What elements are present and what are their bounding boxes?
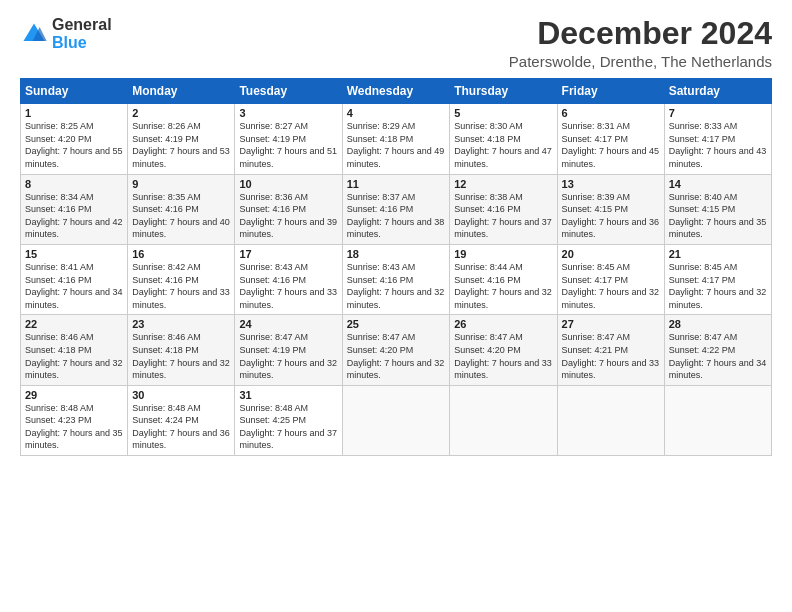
- day-info: Sunrise: 8:30 AM Sunset: 4:18 PM Dayligh…: [454, 120, 552, 170]
- calendar-header-saturday: Saturday: [664, 79, 771, 104]
- day-info: Sunrise: 8:39 AM Sunset: 4:15 PM Dayligh…: [562, 191, 660, 241]
- calendar-cell: 24 Sunrise: 8:47 AM Sunset: 4:19 PM Dayl…: [235, 315, 342, 385]
- day-info: Sunrise: 8:44 AM Sunset: 4:16 PM Dayligh…: [454, 261, 552, 311]
- day-info: Sunrise: 8:47 AM Sunset: 4:19 PM Dayligh…: [239, 331, 337, 381]
- day-info: Sunrise: 8:47 AM Sunset: 4:21 PM Dayligh…: [562, 331, 660, 381]
- day-number: 3: [239, 107, 337, 119]
- calendar-week-row-3: 15 Sunrise: 8:41 AM Sunset: 4:16 PM Dayl…: [21, 244, 772, 314]
- day-number: 13: [562, 178, 660, 190]
- day-info: Sunrise: 8:36 AM Sunset: 4:16 PM Dayligh…: [239, 191, 337, 241]
- day-number: 15: [25, 248, 123, 260]
- calendar-cell: [557, 385, 664, 455]
- calendar-cell: 27 Sunrise: 8:47 AM Sunset: 4:21 PM Dayl…: [557, 315, 664, 385]
- calendar-cell: 8 Sunrise: 8:34 AM Sunset: 4:16 PM Dayli…: [21, 174, 128, 244]
- month-year: December 2024: [509, 16, 772, 51]
- calendar-cell: 29 Sunrise: 8:48 AM Sunset: 4:23 PM Dayl…: [21, 385, 128, 455]
- calendar-cell: [664, 385, 771, 455]
- day-info: Sunrise: 8:42 AM Sunset: 4:16 PM Dayligh…: [132, 261, 230, 311]
- calendar-cell: 30 Sunrise: 8:48 AM Sunset: 4:24 PM Dayl…: [128, 385, 235, 455]
- calendar-cell: 16 Sunrise: 8:42 AM Sunset: 4:16 PM Dayl…: [128, 244, 235, 314]
- calendar-cell: 23 Sunrise: 8:46 AM Sunset: 4:18 PM Dayl…: [128, 315, 235, 385]
- calendar-cell: 9 Sunrise: 8:35 AM Sunset: 4:16 PM Dayli…: [128, 174, 235, 244]
- day-info: Sunrise: 8:46 AM Sunset: 4:18 PM Dayligh…: [25, 331, 123, 381]
- day-info: Sunrise: 8:45 AM Sunset: 4:17 PM Dayligh…: [669, 261, 767, 311]
- calendar-cell: 17 Sunrise: 8:43 AM Sunset: 4:16 PM Dayl…: [235, 244, 342, 314]
- calendar-cell: 6 Sunrise: 8:31 AM Sunset: 4:17 PM Dayli…: [557, 104, 664, 174]
- logo-general: General: [52, 16, 112, 34]
- day-number: 20: [562, 248, 660, 260]
- day-info: Sunrise: 8:43 AM Sunset: 4:16 PM Dayligh…: [347, 261, 446, 311]
- calendar-cell: [450, 385, 557, 455]
- calendar-cell: 19 Sunrise: 8:44 AM Sunset: 4:16 PM Dayl…: [450, 244, 557, 314]
- calendar-cell: 15 Sunrise: 8:41 AM Sunset: 4:16 PM Dayl…: [21, 244, 128, 314]
- day-number: 14: [669, 178, 767, 190]
- calendar-cell: 26 Sunrise: 8:47 AM Sunset: 4:20 PM Dayl…: [450, 315, 557, 385]
- day-info: Sunrise: 8:48 AM Sunset: 4:25 PM Dayligh…: [239, 402, 337, 452]
- day-number: 28: [669, 318, 767, 330]
- day-info: Sunrise: 8:41 AM Sunset: 4:16 PM Dayligh…: [25, 261, 123, 311]
- day-info: Sunrise: 8:27 AM Sunset: 4:19 PM Dayligh…: [239, 120, 337, 170]
- day-number: 30: [132, 389, 230, 401]
- calendar-week-row-5: 29 Sunrise: 8:48 AM Sunset: 4:23 PM Dayl…: [21, 385, 772, 455]
- day-number: 25: [347, 318, 446, 330]
- logo: General Blue: [20, 16, 112, 51]
- day-number: 21: [669, 248, 767, 260]
- day-info: Sunrise: 8:29 AM Sunset: 4:18 PM Dayligh…: [347, 120, 446, 170]
- calendar-week-row-4: 22 Sunrise: 8:46 AM Sunset: 4:18 PM Dayl…: [21, 315, 772, 385]
- calendar-cell: 31 Sunrise: 8:48 AM Sunset: 4:25 PM Dayl…: [235, 385, 342, 455]
- day-number: 24: [239, 318, 337, 330]
- day-number: 4: [347, 107, 446, 119]
- calendar-cell: 2 Sunrise: 8:26 AM Sunset: 4:19 PM Dayli…: [128, 104, 235, 174]
- day-number: 11: [347, 178, 446, 190]
- day-info: Sunrise: 8:48 AM Sunset: 4:24 PM Dayligh…: [132, 402, 230, 452]
- calendar-cell: 11 Sunrise: 8:37 AM Sunset: 4:16 PM Dayl…: [342, 174, 450, 244]
- day-info: Sunrise: 8:37 AM Sunset: 4:16 PM Dayligh…: [347, 191, 446, 241]
- calendar-cell: 1 Sunrise: 8:25 AM Sunset: 4:20 PM Dayli…: [21, 104, 128, 174]
- page-container: General Blue December 2024 Paterswolde, …: [0, 0, 792, 466]
- calendar-cell: 13 Sunrise: 8:39 AM Sunset: 4:15 PM Dayl…: [557, 174, 664, 244]
- calendar-cell: 21 Sunrise: 8:45 AM Sunset: 4:17 PM Dayl…: [664, 244, 771, 314]
- day-info: Sunrise: 8:46 AM Sunset: 4:18 PM Dayligh…: [132, 331, 230, 381]
- logo-icon: [20, 20, 48, 48]
- day-number: 17: [239, 248, 337, 260]
- day-info: Sunrise: 8:38 AM Sunset: 4:16 PM Dayligh…: [454, 191, 552, 241]
- day-number: 26: [454, 318, 552, 330]
- day-info: Sunrise: 8:40 AM Sunset: 4:15 PM Dayligh…: [669, 191, 767, 241]
- calendar-cell: 3 Sunrise: 8:27 AM Sunset: 4:19 PM Dayli…: [235, 104, 342, 174]
- day-number: 23: [132, 318, 230, 330]
- day-info: Sunrise: 8:25 AM Sunset: 4:20 PM Dayligh…: [25, 120, 123, 170]
- location: Paterswolde, Drenthe, The Netherlands: [509, 53, 772, 70]
- day-info: Sunrise: 8:31 AM Sunset: 4:17 PM Dayligh…: [562, 120, 660, 170]
- calendar-week-row-2: 8 Sunrise: 8:34 AM Sunset: 4:16 PM Dayli…: [21, 174, 772, 244]
- day-info: Sunrise: 8:33 AM Sunset: 4:17 PM Dayligh…: [669, 120, 767, 170]
- day-number: 9: [132, 178, 230, 190]
- day-number: 27: [562, 318, 660, 330]
- calendar-cell: 22 Sunrise: 8:46 AM Sunset: 4:18 PM Dayl…: [21, 315, 128, 385]
- calendar-header-monday: Monday: [128, 79, 235, 104]
- day-info: Sunrise: 8:35 AM Sunset: 4:16 PM Dayligh…: [132, 191, 230, 241]
- calendar-header-sunday: Sunday: [21, 79, 128, 104]
- day-number: 31: [239, 389, 337, 401]
- calendar-header-thursday: Thursday: [450, 79, 557, 104]
- day-number: 7: [669, 107, 767, 119]
- calendar-cell: 14 Sunrise: 8:40 AM Sunset: 4:15 PM Dayl…: [664, 174, 771, 244]
- day-info: Sunrise: 8:48 AM Sunset: 4:23 PM Dayligh…: [25, 402, 123, 452]
- day-info: Sunrise: 8:26 AM Sunset: 4:19 PM Dayligh…: [132, 120, 230, 170]
- calendar-cell: 25 Sunrise: 8:47 AM Sunset: 4:20 PM Dayl…: [342, 315, 450, 385]
- day-number: 6: [562, 107, 660, 119]
- day-number: 22: [25, 318, 123, 330]
- day-info: Sunrise: 8:43 AM Sunset: 4:16 PM Dayligh…: [239, 261, 337, 311]
- day-info: Sunrise: 8:47 AM Sunset: 4:22 PM Dayligh…: [669, 331, 767, 381]
- calendar-cell: 4 Sunrise: 8:29 AM Sunset: 4:18 PM Dayli…: [342, 104, 450, 174]
- day-info: Sunrise: 8:34 AM Sunset: 4:16 PM Dayligh…: [25, 191, 123, 241]
- day-info: Sunrise: 8:47 AM Sunset: 4:20 PM Dayligh…: [454, 331, 552, 381]
- day-number: 2: [132, 107, 230, 119]
- day-number: 1: [25, 107, 123, 119]
- day-number: 18: [347, 248, 446, 260]
- calendar-cell: 20 Sunrise: 8:45 AM Sunset: 4:17 PM Dayl…: [557, 244, 664, 314]
- calendar-header-friday: Friday: [557, 79, 664, 104]
- calendar-cell: 28 Sunrise: 8:47 AM Sunset: 4:22 PM Dayl…: [664, 315, 771, 385]
- day-number: 10: [239, 178, 337, 190]
- day-number: 5: [454, 107, 552, 119]
- calendar-cell: 10 Sunrise: 8:36 AM Sunset: 4:16 PM Dayl…: [235, 174, 342, 244]
